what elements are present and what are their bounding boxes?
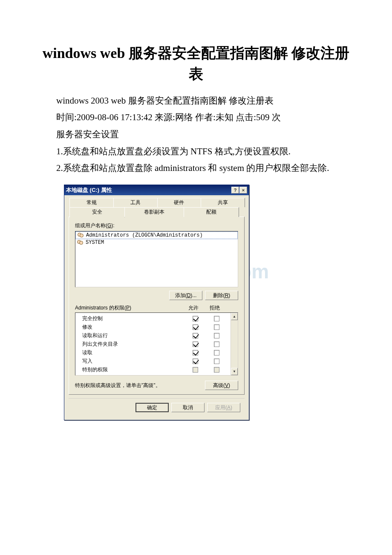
scroll-down-icon[interactable]: ▼: [231, 368, 238, 375]
group-users-label: 组或用户名称(G):: [75, 222, 238, 229]
permission-name: 完全控制: [82, 315, 184, 322]
advanced-button[interactable]: 高级(V): [205, 381, 238, 390]
allow-checkbox[interactable]: [193, 316, 198, 321]
table-row: 修改: [82, 323, 227, 331]
tab-container: 常规 工具 硬件 共享 安全 卷影副本 配额 组或用户名称(G):: [69, 198, 245, 395]
apply-button[interactable]: 应用(A): [207, 403, 240, 412]
permission-name: 修改: [82, 324, 184, 331]
allow-checkbox[interactable]: [193, 367, 198, 373]
table-row: 特别的权限: [82, 365, 227, 374]
tab-security[interactable]: 安全: [69, 207, 125, 217]
para-subtitle: windows 2003 web 服务器安全配置指南图解 修改注册表: [38, 93, 354, 109]
list-item[interactable]: Administrators (ZLOGCN\Administrators): [75, 231, 238, 239]
deny-checkbox[interactable]: [214, 324, 219, 330]
cancel-button[interactable]: 取消: [171, 403, 205, 412]
tab-hardware[interactable]: 硬件: [157, 198, 202, 207]
help-button[interactable]: ?: [231, 187, 239, 194]
add-button[interactable]: 添加(D)...: [169, 291, 202, 300]
deny-checkbox[interactable]: [214, 350, 219, 356]
permission-name: 读取: [82, 349, 184, 356]
tab-shadow-copies[interactable]: 卷影副本: [124, 207, 184, 217]
document-title: windows web 服务器安全配置指南图解 修改注册表: [38, 43, 354, 85]
table-row: 写入: [82, 357, 227, 365]
security-tab-panel: 组或用户名称(G): Administrators (ZLOGCN\Admini…: [69, 217, 245, 395]
allow-checkbox[interactable]: [193, 333, 198, 338]
allow-checkbox[interactable]: [193, 324, 198, 330]
para-step-2: 2.系统盘和站点放置盘除 administrators 和 system 的用户…: [38, 161, 354, 176]
deny-checkbox[interactable]: [214, 333, 219, 338]
table-row: 读取: [82, 348, 227, 357]
tab-sharing[interactable]: 共享: [201, 198, 245, 207]
permission-name: 写入: [82, 358, 184, 365]
permission-name: 列出文件夹目录: [82, 341, 184, 348]
deny-checkbox[interactable]: [214, 316, 219, 321]
user-name: Administrators (ZLOGCN\Administrators): [86, 232, 203, 238]
permission-name: 读取和运行: [82, 332, 184, 339]
scroll-up-icon[interactable]: ▲: [231, 313, 238, 320]
users-listbox[interactable]: Administrators (ZLOGCN\Administrators) S…: [75, 231, 238, 287]
column-allow: 允许: [183, 304, 204, 312]
group-icon: [77, 240, 84, 246]
ok-button[interactable]: 确定: [135, 403, 169, 412]
table-row: 读取和运行: [82, 331, 227, 340]
dialog-title: 本地磁盘 (C:) 属性: [66, 186, 112, 194]
group-icon: [78, 232, 84, 238]
remove-button[interactable]: 删除(R): [205, 291, 238, 300]
deny-checkbox[interactable]: [214, 341, 219, 347]
user-name: SYSTEM: [86, 240, 104, 246]
permissions-table: 完全控制修改读取和运行列出文件夹目录读取写入特别的权限: [75, 313, 231, 375]
scrollbar[interactable]: ▲ ▼: [231, 313, 238, 375]
para-step-1: 1.系统盘和站点放置盘必须设置为 NTFS 格式,方便设置权限.: [38, 144, 354, 159]
screenshot-container: 本地磁盘 (C:) 属性 ? × 常规 工具 硬件 共享 安全 卷影副本 配额: [64, 185, 354, 420]
column-deny: 拒绝: [204, 304, 225, 312]
para-meta: 时间:2009-08-06 17:13:42 来源:网络 作者:未知 点击:50…: [38, 110, 354, 125]
deny-checkbox[interactable]: [214, 367, 219, 373]
permissions-label: Administrators 的权限(P): [75, 304, 131, 312]
advanced-hint: 特别权限或高级设置，请单击"高级"。: [75, 382, 161, 389]
table-row: 列出文件夹目录: [82, 340, 227, 348]
tab-general[interactable]: 常规: [69, 198, 114, 207]
tab-quota[interactable]: 配额: [184, 207, 239, 217]
list-item[interactable]: SYSTEM: [75, 239, 238, 246]
deny-checkbox[interactable]: [214, 358, 219, 364]
allow-checkbox[interactable]: [193, 341, 198, 347]
table-row: 完全控制: [82, 314, 227, 323]
allow-checkbox[interactable]: [193, 350, 198, 356]
properties-dialog: 本地磁盘 (C:) 属性 ? × 常规 工具 硬件 共享 安全 卷影副本 配额: [64, 185, 249, 420]
document-body: windows 2003 web 服务器安全配置指南图解 修改注册表 时间:20…: [38, 93, 354, 176]
tab-tools[interactable]: 工具: [113, 198, 158, 207]
close-button[interactable]: ×: [239, 187, 247, 194]
dialog-titlebar[interactable]: 本地磁盘 (C:) 属性 ? ×: [64, 185, 249, 195]
allow-checkbox[interactable]: [193, 358, 198, 364]
permission-name: 特别的权限: [82, 366, 184, 373]
para-heading: 服务器安全设置: [38, 127, 354, 142]
